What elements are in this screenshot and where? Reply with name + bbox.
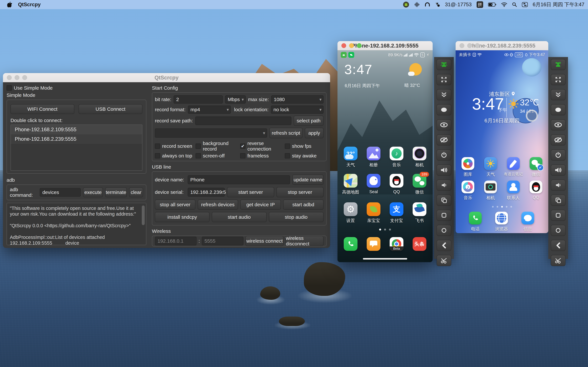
frameless-checkbox[interactable] [240,153,245,158]
app-wechat[interactable]: ✔ 微信 [525,157,547,177]
music-app-icon[interactable]: ♪ [390,147,403,160]
phone2-screen[interactable]: 未插卡 100 下午3:47 浦东新区 3:47 下午 [456,50,548,233]
app-switch-button[interactable] [551,210,565,221]
dock-toutiao[interactable]: 头条 [409,237,430,251]
script-combo[interactable] [155,128,267,138]
usb-connect-button[interactable]: USB Connect [78,104,142,114]
device-list[interactable]: Phone-192.168.2.109:5555 Phone-192.168.2… [10,125,142,171]
stop-audio-button[interactable]: stop audio [269,212,324,222]
gallery-app-icon[interactable] [461,157,474,170]
volume-down-button[interactable] [551,180,565,191]
phone1-screen[interactable]: 89.9K/s 5 ⚡ 3:47 6月16日 周四下午 晴 32°C 32° 天… [337,50,433,262]
group-control-button[interactable] [551,59,565,70]
app-gallery[interactable]: 相册 [363,147,384,168]
log-scrollbar[interactable] [142,205,145,225]
phone-app-icon[interactable] [469,212,482,225]
install-sndcpy-button[interactable]: install sndcpy [155,212,209,222]
reverse-connection-checkbox[interactable] [240,143,245,149]
select-path-button[interactable]: select path [294,116,324,126]
wechat-app-icon[interactable]: 189 [413,174,426,188]
home-button[interactable] [551,225,565,236]
amap-app-icon[interactable] [344,174,357,188]
chrome-beta-app-icon[interactable]: Beta [390,237,403,251]
ticker-text[interactable]: 31@·17753 [445,2,472,8]
messaging-app-icon[interactable] [367,237,380,251]
menu-app-name[interactable]: QtScrcpy [18,2,41,8]
record-format-combo[interactable]: mp4 [188,106,231,114]
start-audio-button[interactable]: start audio [212,212,267,222]
wireless-port-input[interactable] [202,237,243,245]
app-seal[interactable]: Seal [363,174,384,195]
home-indicator[interactable] [363,258,407,259]
screen-off-button[interactable] [551,134,565,145]
back-button[interactable] [437,240,451,251]
dock-messages[interactable]: 信息 [517,212,539,232]
music-app-icon[interactable]: ♪ [461,181,474,193]
screen-on-button[interactable] [551,119,565,130]
apply-button[interactable]: apply [305,128,324,138]
zoom-button[interactable] [357,43,362,48]
adb-log-output[interactable]: "This software is completely open source… [7,203,146,245]
control-center-icon[interactable] [522,2,528,7]
execute-button[interactable]: execute [83,187,103,197]
app-music[interactable]: ♪ 音乐 [386,147,407,168]
device-serial-combo[interactable]: 192.168.2.239:5 [188,188,225,197]
refresh-script-button[interactable]: refresh script [269,128,303,138]
dock-phone[interactable] [340,237,362,251]
terminate-button[interactable]: terminate [105,187,127,197]
weather-app-icon[interactable]: 32° [344,147,357,160]
phone1-titlebar[interactable]: Phone-192.168.2.109:5555 [337,41,433,50]
app-amap[interactable]: 高德地图 [340,174,362,195]
dock-chrome[interactable]: Beta [386,237,407,251]
update-name-button[interactable]: update name [292,175,324,185]
power-button[interactable] [437,150,451,161]
clear-button[interactable]: clear [129,187,143,197]
minimize-button[interactable] [349,43,354,48]
headset-icon[interactable] [424,2,430,7]
youdao-note-app-icon[interactable] [507,157,520,170]
app-contacts[interactable]: 联系人 [502,181,524,201]
bitrate-unit-combo[interactable]: Mbps [225,95,246,104]
max-size-combo[interactable]: 1080 [271,95,324,104]
close-button[interactable] [341,43,346,48]
seal-app-icon[interactable] [367,174,380,188]
wireless-ip-input[interactable] [155,237,197,245]
app-switch-button[interactable] [437,210,451,221]
camera-app-icon[interactable] [413,147,426,160]
back-button[interactable] [551,240,565,251]
minimize-button[interactable] [15,75,19,80]
lock-orientation-combo[interactable]: no lock [271,106,324,114]
home-button[interactable] [437,225,451,236]
fullscreen-button[interactable] [551,74,565,85]
gallery-app-icon[interactable] [367,147,380,160]
app-qq[interactable]: QQ [525,181,547,201]
app-gallery[interactable]: 图库 [457,157,479,177]
qinbaobao-app-icon[interactable] [367,202,380,216]
dock-messaging[interactable] [363,237,384,251]
fullscreen-button[interactable] [437,74,451,85]
touch-button[interactable] [551,104,565,115]
screen-off-button[interactable] [437,134,451,145]
zoom-button[interactable] [22,75,27,80]
android-status-icon[interactable] [403,1,409,8]
messages-app-icon[interactable] [521,212,534,225]
minimize-button[interactable] [467,43,472,48]
device-list-item[interactable]: Phone-192.168.2.109:5555 [11,125,142,134]
qq-app-icon[interactable] [390,174,403,188]
app-settings[interactable]: ⚙ 设置 [340,202,362,224]
settings-app-icon[interactable]: ⚙ [344,202,357,216]
background-record-checkbox[interactable] [196,143,201,149]
apple-logo-icon[interactable] [7,2,12,8]
record-screen-checkbox[interactable] [155,143,160,149]
refresh-devices-button[interactable]: refresh devices [198,200,238,210]
ticker-icon[interactable] [435,2,440,7]
start-adbd-button[interactable]: start adbd [283,200,324,210]
wireless-disconnect-button[interactable]: wireless disconnect [285,236,324,246]
stop-all-server-button[interactable]: stop all server [155,200,195,210]
qq-app-icon[interactable] [530,181,542,193]
volume-up-button[interactable] [437,165,451,176]
volume-up-button[interactable] [551,165,565,176]
dock-phone[interactable]: 电话 [465,212,486,232]
dock-browser[interactable]: 浏览器 [491,212,512,232]
expand-down-button[interactable] [551,89,565,100]
